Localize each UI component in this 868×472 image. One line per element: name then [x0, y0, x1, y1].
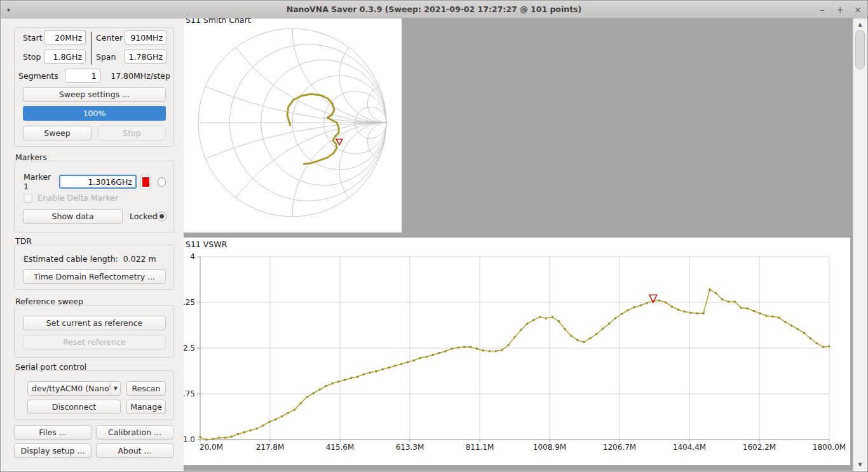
stop-button: Stop — [98, 126, 166, 140]
disconnect-button[interactable]: Disconnect — [27, 400, 121, 414]
scroll-down-icon[interactable]: ▼ — [853, 462, 867, 468]
app-window: ▾ NanoVNA Saver 0.3.9 (Sweep: 2021-09-02… — [0, 0, 868, 472]
show-data-button[interactable]: Show data — [23, 209, 123, 224]
stop-input[interactable] — [44, 50, 86, 64]
titlebar: ▾ NanoVNA Saver 0.3.9 (Sweep: 2021-09-02… — [1, 1, 867, 18]
manage-button[interactable]: Manage — [126, 400, 166, 414]
svg-text:811.1M: 811.1M — [466, 443, 494, 452]
about-button[interactable]: About ... — [96, 443, 173, 458]
scrollbar-thumb[interactable] — [855, 30, 865, 69]
enable-delta-marker-label: Enable Delta Marker — [37, 193, 118, 203]
reset-reference-button: Reset reference — [23, 335, 166, 349]
start-input[interactable] — [44, 30, 86, 44]
svg-text:217.8M: 217.8M — [256, 443, 285, 452]
vswr-chart-title: S11 VSWR — [186, 239, 227, 249]
window-title: NanoVNA Saver 0.3.9 (Sweep: 2021-09-02 1… — [1, 4, 867, 14]
step-size-text: 17.80MHz/step — [111, 71, 170, 81]
smith-chart[interactable]: S11 Smith Chart — [184, 18, 402, 233]
marker1-frequency-input[interactable] — [59, 175, 137, 189]
cable-length-label: Estimated cable length: — [24, 254, 118, 264]
window-menu-icon[interactable]: ▾ — [7, 6, 10, 13]
cable-length-value: 0.022 m — [123, 254, 156, 264]
stop-label: Stop — [23, 52, 44, 62]
svg-text:1.0: 1.0 — [184, 435, 195, 444]
charts-area: S11 Smith Chart S11 VSWR 43.252.51.751.0… — [184, 18, 853, 471]
marker1-radio[interactable] — [158, 177, 166, 187]
set-reference-button[interactable]: Set current as reference — [23, 316, 166, 330]
sweep-progress-bar: 100% — [23, 106, 166, 121]
sweep-settings-button[interactable]: Sweep settings ... — [23, 87, 166, 102]
files-button[interactable]: Files ... — [14, 425, 92, 440]
maximize-button[interactable]: + — [836, 4, 844, 15]
rescan-button[interactable]: Rescan — [126, 381, 166, 396]
locked-label: Locked — [130, 212, 158, 221]
svg-text:1800.0M: 1800.0M — [813, 443, 846, 452]
svg-text:1206.7M: 1206.7M — [603, 443, 636, 452]
marker1-color-swatch — [142, 177, 149, 187]
span-label: Span — [96, 52, 125, 62]
center-input[interactable] — [125, 30, 166, 44]
markers-box: Marker 1 Enable Delta Marker Show data L… — [14, 161, 174, 233]
segments-input[interactable] — [65, 69, 100, 83]
start-label: Start — [23, 33, 44, 43]
svg-text:4: 4 — [190, 252, 195, 261]
serial-port-combobox[interactable]: dev/ttyACM0 (NanoVNA) ▼ — [27, 381, 121, 396]
svg-text:1.75: 1.75 — [184, 389, 195, 398]
close-button[interactable]: × — [853, 4, 862, 15]
control-sidebar: Start Center Stop Span Segments 17.80MHz… — [1, 18, 184, 471]
center-label: Center — [96, 33, 125, 43]
svg-text:613.3M: 613.3M — [396, 443, 424, 452]
time-domain-reflectometry-button[interactable]: Time Domain Reflectometry ... — [23, 269, 166, 284]
svg-text:3.25: 3.25 — [184, 298, 195, 307]
minimize-button[interactable]: – — [818, 4, 827, 15]
svg-text:1404.4M: 1404.4M — [673, 443, 706, 452]
segments-label: Segments — [18, 71, 58, 81]
vswr-chart-canvas: 43.252.51.751.020.0M217.8M415.6M613.3M81… — [184, 238, 850, 465]
vertical-scrollbar[interactable]: ▲ ▼ — [853, 18, 867, 471]
reference-box: Set current as reference Reset reference — [14, 305, 174, 358]
smith-chart-title: S11 Smith Chart — [186, 18, 251, 25]
svg-text:1008.9M: 1008.9M — [533, 443, 566, 452]
combobox-arrow-icon: ▼ — [110, 382, 118, 395]
span-input[interactable] — [125, 50, 166, 64]
svg-text:20.0M: 20.0M — [200, 443, 223, 452]
calibration-button[interactable]: Calibration ... — [96, 425, 173, 440]
svg-text:415.6M: 415.6M — [326, 443, 355, 452]
svg-text:1602.2M: 1602.2M — [743, 443, 776, 452]
sweep-control-box: Start Center Stop Span Segments 17.80MHz… — [14, 27, 174, 147]
display-setup-button[interactable]: Display setup ... — [14, 443, 92, 458]
marker1-label: Marker 1 — [24, 172, 54, 191]
vswr-chart[interactable]: S11 VSWR 43.252.51.751.020.0M217.8M415.6… — [184, 238, 850, 465]
enable-delta-marker-checkbox — [24, 194, 32, 203]
sweep-column-divider — [91, 32, 92, 65]
scroll-up-icon[interactable]: ▲ — [853, 22, 867, 27]
sweep-button[interactable]: Sweep — [23, 126, 92, 140]
serial-box: dev/ttyACM0 (NanoVNA) ▼ Rescan Disconnec… — [14, 370, 174, 420]
tdr-box: Estimated cable length: 0.022 m Time Dom… — [14, 245, 174, 290]
locked-radio[interactable] — [157, 212, 166, 221]
smith-chart-canvas — [184, 18, 402, 233]
svg-text:2.5: 2.5 — [184, 344, 195, 353]
serial-port-value: dev/ttyACM0 (NanoVNA) — [32, 384, 110, 393]
marker1-color-button[interactable] — [140, 175, 151, 189]
